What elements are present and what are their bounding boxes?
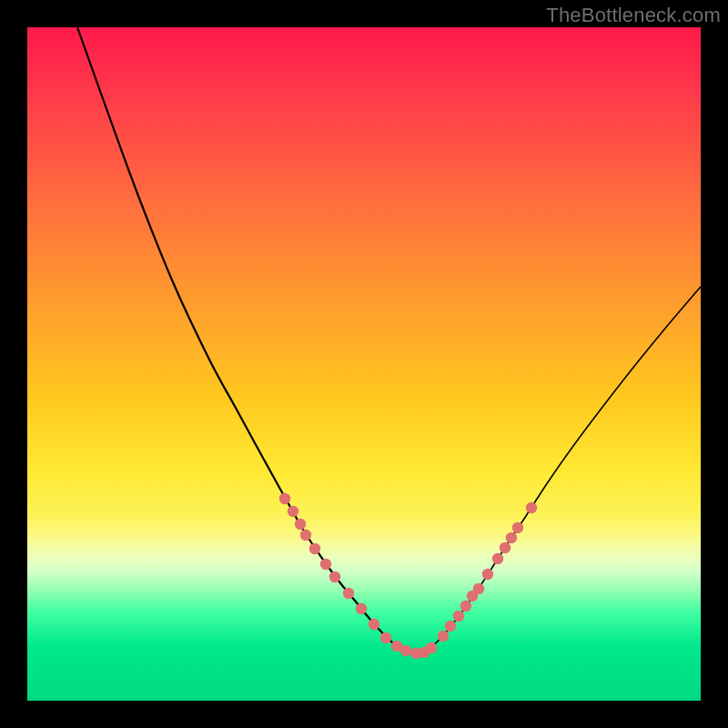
data-point — [400, 645, 411, 656]
curve-right-branch — [419, 287, 701, 653]
data-point — [445, 621, 456, 632]
data-point — [512, 522, 523, 533]
data-point — [460, 601, 471, 612]
curve-left-branch — [77, 27, 419, 653]
data-point — [453, 611, 464, 622]
data-point — [526, 502, 537, 513]
data-point — [380, 632, 391, 643]
data-point — [473, 583, 484, 594]
data-point — [482, 569, 493, 580]
data-point — [426, 642, 437, 653]
data-point — [500, 542, 511, 553]
watermark-text: TheBottleneck.com — [546, 4, 721, 27]
bottleneck-curve — [27, 27, 701, 701]
data-point — [492, 553, 503, 564]
data-point — [438, 631, 449, 642]
data-point — [343, 588, 354, 599]
data-point — [295, 519, 306, 530]
data-point — [300, 530, 311, 541]
data-point — [506, 532, 517, 543]
data-beads — [279, 493, 537, 659]
data-point — [320, 559, 331, 570]
data-point — [309, 543, 320, 554]
data-point — [356, 603, 367, 614]
data-point — [279, 493, 290, 504]
data-point — [288, 506, 298, 517]
chart-frame: TheBottleneck.com — [0, 0, 728, 728]
plot-area — [27, 27, 701, 701]
data-point — [329, 571, 340, 582]
data-point — [369, 619, 379, 630]
